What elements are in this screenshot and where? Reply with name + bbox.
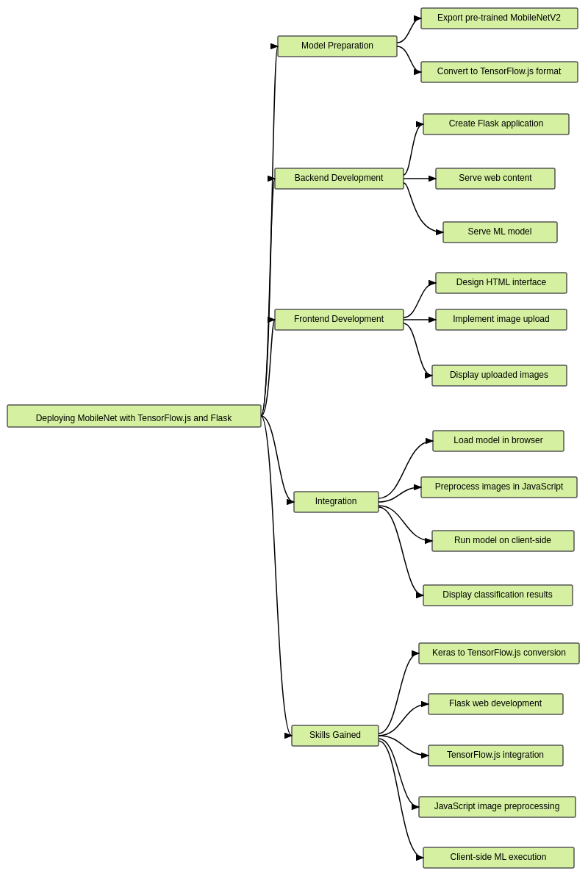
export-pretrained-label: Export pre-trained MobileNetV2: [437, 12, 561, 23]
skills-gained-label: Skills Gained: [309, 730, 361, 740]
client-ml-node: Client-side ML execution: [423, 847, 574, 868]
tfjs-integration-node: TensorFlow.js integration: [429, 745, 563, 766]
integration-node: Integration: [294, 492, 379, 512]
edge-frontend-design: [404, 283, 436, 317]
edge-integration-display-class: [379, 507, 423, 595]
backend-dev-label: Backend Development: [295, 173, 384, 183]
integration-label: Integration: [315, 496, 357, 506]
edge-root-skills: [261, 416, 292, 736]
edge-root-model-prep: [261, 46, 278, 416]
create-flask-label: Create Flask application: [449, 118, 544, 129]
flask-web-node: Flask web development: [429, 694, 563, 714]
model-prep-label: Model Preparation: [301, 40, 373, 51]
implement-upload-label: Implement image upload: [453, 314, 549, 324]
edge-frontend-display: [404, 323, 432, 376]
serve-web-node: Serve web content: [436, 168, 555, 189]
client-ml-label: Client-side ML execution: [451, 852, 547, 862]
convert-tf-label: Convert to TensorFlow.js format: [437, 66, 562, 76]
keras-tf-label: Keras to TensorFlow.js conversion: [432, 647, 566, 658]
run-model-label: Run model on client-side: [454, 535, 551, 545]
display-class-label: Display classification results: [442, 589, 552, 600]
preprocess-label: Preprocess images in JavaScript: [435, 481, 564, 492]
run-model-node: Run model on client-side: [432, 531, 574, 551]
design-html-node: Design HTML interface: [436, 273, 567, 293]
export-pretrained-node: Export pre-trained MobileNetV2: [421, 8, 578, 29]
create-flask-node: Create Flask application: [423, 114, 569, 134]
load-model-label: Load model in browser: [453, 435, 542, 445]
edge-skills-tfjs: [379, 736, 429, 756]
edge-model-export: [397, 18, 421, 43]
display-uploaded-label: Display uploaded images: [450, 370, 548, 380]
implement-upload-node: Implement image upload: [436, 309, 567, 330]
edge-backend-serve-ml: [404, 183, 443, 232]
edge-skills-client: [379, 741, 423, 858]
edge-root-backend: [261, 179, 275, 416]
frontend-dev-node: Frontend Development: [275, 309, 404, 330]
preprocess-node: Preprocess images in JavaScript: [421, 477, 577, 498]
convert-tf-node: Convert to TensorFlow.js format: [421, 62, 578, 82]
model-prep-node: Model Preparation: [278, 36, 397, 57]
skills-gained-node: Skills Gained: [292, 725, 379, 746]
design-html-label: Design HTML interface: [456, 277, 547, 287]
js-preprocess-label: JavaScript image preprocessing: [434, 801, 560, 811]
display-class-node: Display classification results: [423, 585, 573, 606]
tfjs-integration-label: TensorFlow.js integration: [447, 750, 544, 760]
display-uploaded-node: Display uploaded images: [432, 365, 567, 386]
edge-backend-flask: [404, 124, 423, 175]
edge-model-convert: [397, 46, 421, 72]
keras-tf-node: Keras to TensorFlow.js conversion: [419, 643, 579, 664]
serve-web-label: Serve web content: [459, 173, 532, 183]
load-model-node: Load model in browser: [433, 431, 564, 451]
flask-web-label: Flask web development: [449, 698, 542, 708]
js-preprocess-node: JavaScript image preprocessing: [419, 797, 576, 817]
root-label: Deploying MobileNet with TensorFlow.js a…: [36, 413, 233, 423]
root-node: Deploying MobileNet with TensorFlow.js a…: [7, 405, 261, 427]
frontend-dev-label: Frontend Development: [294, 314, 384, 324]
edge-integration-preprocess: [379, 487, 421, 502]
backend-dev-node: Backend Development: [275, 168, 404, 189]
edge-skills-flask: [379, 704, 429, 736]
edge-skills-keras: [379, 653, 419, 733]
serve-ml-node: Serve ML model: [443, 222, 557, 243]
serve-ml-label: Serve ML model: [468, 226, 532, 237]
